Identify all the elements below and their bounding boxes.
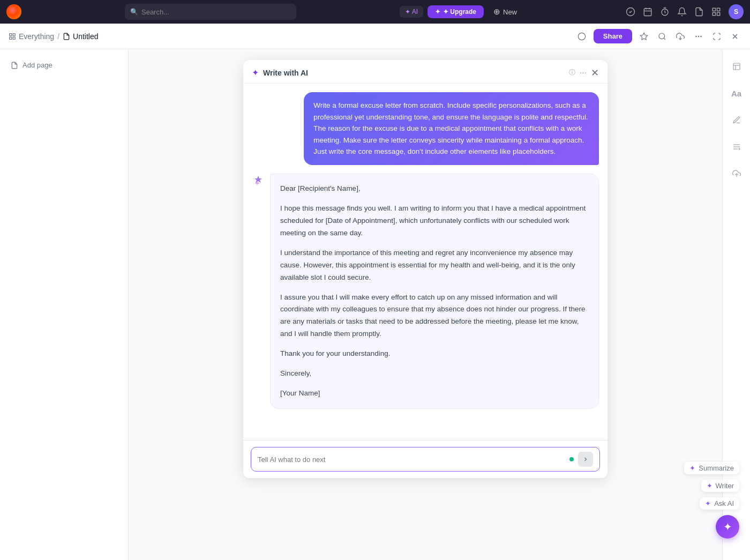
ai-info-icon[interactable]: ⓘ bbox=[569, 68, 575, 77]
svg-rect-8 bbox=[717, 13, 720, 16]
writer-label: Writer bbox=[716, 482, 734, 490]
import-icon[interactable] bbox=[674, 30, 687, 43]
ai-send-button[interactable] bbox=[578, 452, 593, 467]
ai-panel-header: ✦ Write with AI ⓘ ··· ✕ bbox=[243, 60, 608, 84]
svg-rect-24 bbox=[733, 63, 740, 70]
user-message-text: Write a formal excuse letter from scratc… bbox=[313, 101, 588, 155]
svg-rect-7 bbox=[717, 8, 720, 11]
timer-icon[interactable] bbox=[660, 7, 670, 17]
avatar-initials: S bbox=[734, 8, 738, 16]
ai-close-button[interactable]: ✕ bbox=[591, 68, 599, 78]
ask-ai-action[interactable]: ✦ Ask AI bbox=[700, 497, 739, 510]
app-logo[interactable] bbox=[6, 4, 21, 19]
share-button[interactable]: Share bbox=[594, 29, 632, 43]
ai-status-dot bbox=[569, 457, 574, 461]
svg-point-19 bbox=[696, 36, 696, 36]
breadcrumb-current-page[interactable]: Untitled bbox=[63, 32, 98, 41]
summarize-action[interactable]: ✦ Summarize bbox=[684, 462, 739, 474]
ai-panel-title: Write with AI bbox=[263, 69, 565, 77]
upgrade-label: ✦ Upgrade bbox=[443, 8, 476, 16]
user-message: Write a formal excuse letter from scratc… bbox=[304, 92, 599, 165]
ai-paragraph1: I hope this message finds you well. I am… bbox=[280, 203, 589, 240]
summarize-label: Summarize bbox=[699, 464, 734, 472]
star-icon[interactable] bbox=[638, 30, 650, 43]
breadcrumb-everything[interactable]: Everything bbox=[9, 32, 54, 41]
nav-icon-group: S bbox=[626, 4, 744, 19]
svg-point-20 bbox=[698, 36, 699, 36]
pen-icon[interactable] bbox=[728, 111, 745, 129]
ai-signature: [Your Name] bbox=[280, 387, 589, 400]
svg-rect-12 bbox=[13, 37, 15, 39]
writer-action[interactable]: ✦ Writer bbox=[701, 480, 739, 492]
ask-ai-spark-icon: ✦ bbox=[705, 499, 711, 507]
svg-rect-13 bbox=[10, 37, 12, 39]
floating-main-button[interactable]: ✦ bbox=[716, 515, 739, 539]
more-options-icon[interactable] bbox=[692, 30, 705, 43]
search-placeholder: Search... bbox=[141, 8, 169, 16]
expand-icon[interactable] bbox=[710, 30, 723, 43]
svg-rect-6 bbox=[712, 8, 715, 11]
upgrade-button[interactable]: ✦ ✦ Upgrade bbox=[428, 5, 484, 18]
writer-spark-icon: ✦ bbox=[707, 482, 712, 490]
add-page-label: Add page bbox=[22, 61, 52, 69]
layout-icon[interactable] bbox=[728, 58, 745, 75]
ai-input-area bbox=[243, 440, 608, 478]
svg-point-14 bbox=[578, 33, 585, 40]
calendar-icon[interactable] bbox=[643, 7, 652, 17]
ai-paragraph3: I assure you that I will make every effo… bbox=[280, 292, 589, 341]
breadcrumb-separator: / bbox=[57, 32, 59, 41]
ai-thank-you: Thank you for your understanding. bbox=[280, 348, 589, 360]
toolbar-actions: Share bbox=[575, 29, 741, 43]
upgrade-icon: ✦ bbox=[435, 8, 440, 16]
ai-response-avatar bbox=[252, 175, 265, 188]
ai-sparkle-icon: ✦ bbox=[252, 68, 259, 78]
main-layout: Add page ✦ Write with AI ⓘ ··· ✕ Write a… bbox=[0, 49, 750, 560]
ai-salutation: Dear [Recipient's Name], bbox=[280, 183, 589, 195]
ai-chat-body: Write a formal excuse letter from scratc… bbox=[243, 84, 608, 440]
ai-input-field[interactable] bbox=[258, 456, 565, 464]
add-page-button[interactable]: Add page bbox=[6, 58, 57, 72]
top-navigation: 🔍 Search... ✦ AI ✦ ✦ Upgrade ⊕ New bbox=[0, 0, 750, 24]
document-icon[interactable] bbox=[694, 7, 704, 17]
typography-icon[interactable]: Aa bbox=[728, 85, 745, 102]
summarize-spark-icon: ✦ bbox=[689, 464, 695, 472]
edit-lines-icon[interactable] bbox=[728, 138, 745, 155]
user-avatar[interactable]: S bbox=[729, 4, 744, 19]
timer-toolbar-icon[interactable] bbox=[575, 30, 588, 43]
close-icon[interactable] bbox=[729, 30, 741, 43]
search-bar[interactable]: 🔍 Search... bbox=[125, 4, 296, 20]
floating-main-icon: ✦ bbox=[723, 520, 732, 533]
svg-point-21 bbox=[701, 36, 701, 36]
plus-icon: ⊕ bbox=[493, 7, 500, 17]
page-toolbar: Everything / Untitled Share bbox=[0, 24, 750, 49]
share-button-label: Share bbox=[603, 32, 622, 40]
svg-line-17 bbox=[664, 38, 665, 40]
svg-rect-11 bbox=[13, 33, 15, 35]
bell-icon[interactable] bbox=[677, 7, 687, 17]
search-icon: 🔍 bbox=[130, 8, 138, 16]
breadcrumb: Everything / Untitled bbox=[9, 32, 571, 41]
svg-marker-15 bbox=[640, 33, 647, 40]
new-button-label: New bbox=[503, 8, 517, 16]
content-area: ✦ Write with AI ⓘ ··· ✕ Write a formal e… bbox=[129, 49, 722, 560]
svg-rect-10 bbox=[10, 33, 12, 35]
ai-menu-button[interactable]: ··· bbox=[580, 68, 587, 78]
ai-response-content: Dear [Recipient's Name], I hope this mes… bbox=[270, 174, 599, 409]
svg-point-16 bbox=[659, 33, 665, 39]
upload-icon[interactable] bbox=[728, 165, 745, 182]
grid-icon[interactable] bbox=[711, 7, 721, 17]
ask-ai-label: Ask AI bbox=[714, 499, 734, 507]
new-button[interactable]: ⊕ New bbox=[488, 5, 522, 19]
search-toolbar-icon[interactable] bbox=[656, 30, 669, 43]
ai-write-panel: ✦ Write with AI ⓘ ··· ✕ Write a formal e… bbox=[243, 60, 608, 478]
ai-button[interactable]: ✦ AI bbox=[400, 6, 423, 18]
ai-paragraph2: I understand the importance of this meet… bbox=[280, 247, 589, 284]
check-circle-icon[interactable] bbox=[626, 7, 635, 17]
page-title: Untitled bbox=[73, 32, 98, 41]
floating-actions: ✦ Summarize ✦ Writer ✦ Ask AI ✦ bbox=[684, 462, 739, 539]
ai-header-actions: ··· ✕ bbox=[580, 68, 599, 78]
ai-response: Dear [Recipient's Name], I hope this mes… bbox=[252, 174, 599, 409]
ai-closing: Sincerely, bbox=[280, 368, 589, 380]
left-sidebar: Add page bbox=[0, 49, 129, 560]
ai-button-label: ✦ AI bbox=[405, 8, 418, 16]
